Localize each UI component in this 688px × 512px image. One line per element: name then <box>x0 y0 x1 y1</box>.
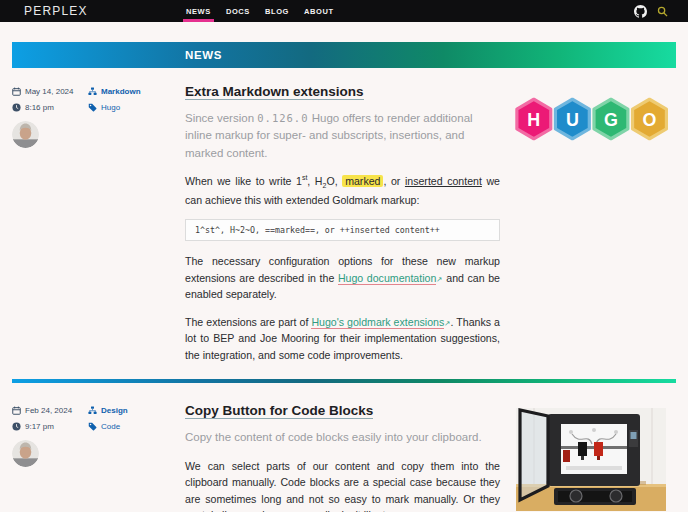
paragraph-text: When we like to write 1 <box>185 175 302 187</box>
time-text: 9:17 pm <box>25 422 54 431</box>
category-link-wrap: Markdown <box>88 87 185 96</box>
article-markdown-extensions: May 14, 2024 Markdown 8:16 pm <box>12 84 676 363</box>
tag-link[interactable]: Hugo <box>101 103 120 112</box>
publish-date: Feb 24, 2024 <box>12 406 88 415</box>
hugo-hex-u: U <box>555 99 589 139</box>
nav-item-blog[interactable]: BLOG <box>265 0 289 22</box>
goldmark-extensions-link[interactable]: Hugo's goldmark extensions <box>311 316 444 329</box>
article-paragraph: The necessary configuration options for … <box>185 253 500 303</box>
hugo-logo: H U G O <box>515 97 676 141</box>
article-meta-column: May 14, 2024 Markdown 8:16 pm <box>12 84 185 363</box>
page: PERPLEX NEWS DOCS BLOG ABOUT NEWS <box>0 0 688 512</box>
article-copy-button: Feb 24, 2024 Design 9:17 pm <box>12 403 676 512</box>
date-text: May 14, 2024 <box>25 87 73 96</box>
clock-icon <box>12 422 21 431</box>
nav-item-news[interactable]: NEWS <box>186 0 211 22</box>
nav-item-docs[interactable]: DOCS <box>226 0 250 22</box>
author-avatar <box>12 121 39 148</box>
tag-icon <box>88 103 97 112</box>
github-icon[interactable] <box>634 5 647 18</box>
publish-date: May 14, 2024 <box>12 87 88 96</box>
svg-text:G: G <box>604 110 618 130</box>
category-icon <box>88 87 97 96</box>
site-logo[interactable]: PERPLEX <box>24 0 186 22</box>
article-side-column: (Emotion Tech/Unsplash↗) <box>500 403 676 512</box>
article-figure: (Emotion Tech/Unsplash↗) <box>515 408 667 512</box>
highlighted-text: marked <box>342 175 383 187</box>
svg-text:O: O <box>643 110 657 130</box>
article-side-column: H U G O <box>500 84 676 363</box>
article-paragraph: When we like to write 1st, H2O, marked, … <box>185 173 500 209</box>
article-lead: Copy the content of code blocks easily i… <box>185 429 500 446</box>
version-code: 0.126.0 <box>257 112 308 124</box>
category-link[interactable]: Markdown <box>101 87 141 96</box>
article-main-column: Extra Markdown extensions Since version … <box>185 84 500 363</box>
author-avatar <box>12 440 39 467</box>
calendar-icon <box>12 406 21 415</box>
paragraph-text: O, <box>326 175 342 187</box>
hugo-hex-o: O <box>633 99 667 139</box>
paragraph-text: , or <box>383 175 404 187</box>
tag-link-wrap: Hugo <box>88 103 185 112</box>
article-paragraph: We can select parts of our content and c… <box>185 458 500 512</box>
article-main-column: Copy Button for Code Blocks Copy the con… <box>185 403 500 512</box>
lead-text: Since version <box>185 112 257 124</box>
hugo-hex-h: H <box>517 99 551 139</box>
category-link[interactable]: Design <box>101 406 128 415</box>
category-link-wrap: Design <box>88 406 185 415</box>
article-meta: Feb 24, 2024 Design 9:17 pm <box>12 406 185 431</box>
time-text: 8:16 pm <box>25 103 54 112</box>
nav-item-about[interactable]: ABOUT <box>304 0 334 22</box>
clock-icon <box>12 103 21 112</box>
search-icon[interactable] <box>657 6 668 17</box>
svg-text:H: H <box>527 110 540 130</box>
article-title: Copy Button for Code Blocks <box>185 403 500 418</box>
header-icons <box>634 0 668 22</box>
paragraph-text: The extensions are part of <box>185 316 311 328</box>
article-meta-column: Feb 24, 2024 Design 9:17 pm <box>12 403 185 512</box>
main-nav: NEWS DOCS BLOG ABOUT <box>186 0 349 22</box>
top-navigation-bar: PERPLEX NEWS DOCS BLOG ABOUT <box>0 0 688 22</box>
tag-link-wrap: Code <box>88 422 185 431</box>
inserted-text: inserted content <box>405 175 482 187</box>
calendar-icon <box>12 87 21 96</box>
publish-time: 9:17 pm <box>12 422 88 431</box>
article-title-link[interactable]: Extra Markdown extensions <box>185 84 364 100</box>
article-meta: May 14, 2024 Markdown 8:16 pm <box>12 87 185 112</box>
category-icon <box>88 406 97 415</box>
section-title: NEWS <box>12 49 222 61</box>
tag-icon <box>88 422 97 431</box>
article-title-link[interactable]: Copy Button for Code Blocks <box>185 403 373 419</box>
date-text: Feb 24, 2024 <box>25 406 72 415</box>
publish-time: 8:16 pm <box>12 103 88 112</box>
article-paragraph: The extensions are part of Hugo's goldma… <box>185 314 500 364</box>
svg-text:U: U <box>566 110 579 130</box>
paragraph-text: , H <box>307 175 322 187</box>
hugo-documentation-link[interactable]: Hugo documentation <box>338 272 436 285</box>
article-divider <box>12 379 676 383</box>
code-block: 1^st^, H~2~O, ==marked==, or ++inserted … <box>185 219 500 241</box>
tag-link[interactable]: Code <box>101 422 120 431</box>
hugo-hex-g: G <box>594 99 628 139</box>
section-banner: NEWS <box>12 42 676 68</box>
article-title: Extra Markdown extensions <box>185 84 500 99</box>
printer-photo <box>515 408 667 511</box>
article-lead: Since version 0.126.0 Hugo offers to ren… <box>185 110 500 162</box>
